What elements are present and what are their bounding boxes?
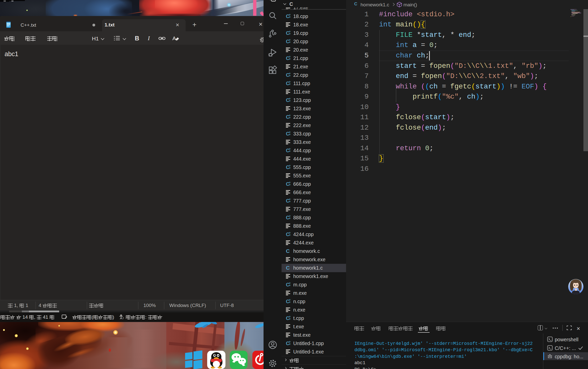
svg-text:?: ? [122, 317, 124, 320]
